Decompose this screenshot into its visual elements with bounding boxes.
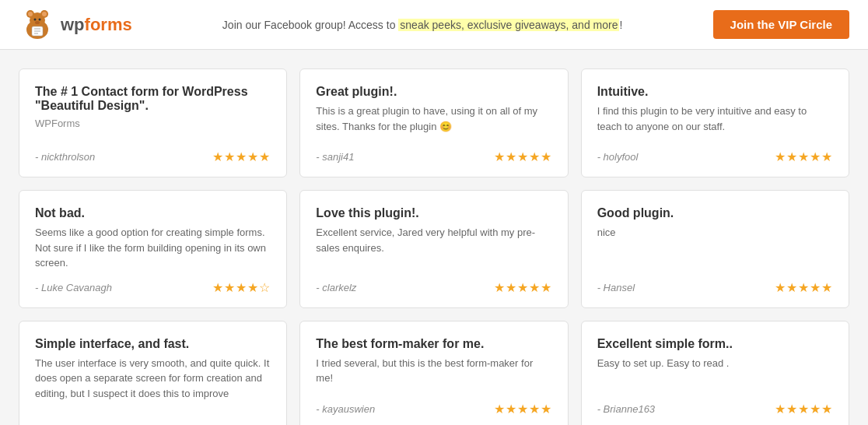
card-3-reviewer: - holyfool xyxy=(597,151,639,163)
card-3-title: Intuitive. xyxy=(597,85,833,99)
card-4-stars: ★★★★☆ xyxy=(212,280,271,295)
vip-circle-button[interactable]: Join the VIP Circle xyxy=(713,10,849,39)
banner-suffix: ! xyxy=(619,19,622,31)
card-1-footer: - nickthrolson ★★★★★ xyxy=(35,149,271,164)
svg-point-6 xyxy=(34,18,37,20)
card-4-title: Not bad. xyxy=(35,206,271,220)
card-6-body: nice xyxy=(597,225,833,241)
card-6-stars: ★★★★★ xyxy=(775,280,833,295)
logo-bear-icon xyxy=(19,6,56,44)
svg-point-5 xyxy=(42,12,47,16)
logo-area: wpforms xyxy=(19,6,132,44)
card-2-body: This is a great plugin to have, using it… xyxy=(316,104,551,134)
svg-point-7 xyxy=(39,18,41,20)
card-8-footer: - kayauswien ★★★★★ xyxy=(316,402,551,416)
card-8-stars: ★★★★★ xyxy=(494,402,552,416)
review-card-5: Love this plugin!. Excellent service, Ja… xyxy=(299,190,568,308)
card-8-body: I tried several, but this is the best fo… xyxy=(316,356,551,386)
review-card-3: Intuitive. I find this plugin to be very… xyxy=(581,68,849,177)
card-4-reviewer: - Luke Cavanagh xyxy=(35,282,112,293)
card-3-footer: - holyfool ★★★★★ xyxy=(597,149,833,164)
card-2-title: Great plugin!. xyxy=(316,85,551,99)
review-card-8: The best form-maker for me. I tried seve… xyxy=(299,321,568,426)
card-2-stars: ★★★★★ xyxy=(494,149,552,164)
card-6-title: Good plugin. xyxy=(597,206,833,220)
banner-text: Join our Facebook group! Access to sneak… xyxy=(156,19,690,31)
card-9-footer: - Brianne163 ★★★★★ xyxy=(597,402,833,416)
main-content: The # 1 Contact form for WordPress "Beau… xyxy=(0,50,868,425)
card-1-stars: ★★★★★ xyxy=(212,149,271,164)
banner-prefix: Join our Facebook group! Access to xyxy=(222,19,398,31)
card-9-body: Easy to set up. Easy to read . xyxy=(597,356,833,371)
card-7-body: The user interface is very smooth, and q… xyxy=(35,356,271,402)
svg-point-8 xyxy=(35,21,40,24)
card-5-stars: ★★★★★ xyxy=(494,280,552,295)
review-card-7: Simple interface, and fast. The user int… xyxy=(19,321,287,426)
card-5-body: Excellent service, Jared very helpful wi… xyxy=(316,225,551,255)
review-card-2: Great plugin!. This is a great plugin to… xyxy=(299,68,568,177)
card-5-footer: - clarkelz ★★★★★ xyxy=(316,280,551,295)
card-7-title: Simple interface, and fast. xyxy=(35,337,271,351)
card-4-body: Seems like a good option for creating si… xyxy=(35,225,271,271)
card-9-title: Excellent simple form.. xyxy=(597,337,833,351)
card-2-footer: - sanji41 ★★★★★ xyxy=(316,149,551,164)
card-8-reviewer: - kayauswien xyxy=(316,403,375,415)
card-9-reviewer: - Brianne163 xyxy=(597,403,655,415)
card-3-body: I find this plugin to be very intuitive … xyxy=(597,104,833,134)
svg-point-4 xyxy=(28,12,33,16)
card-1-reviewer: - nickthrolson xyxy=(35,151,95,163)
card-1-title: The # 1 Contact form for WordPress "Beau… xyxy=(35,85,271,113)
review-card-4: Not bad. Seems like a good option for cr… xyxy=(19,190,287,308)
banner-highlight: sneak peeks, exclusive giveaways, and mo… xyxy=(398,19,619,31)
card-4-footer: - Luke Cavanagh ★★★★☆ xyxy=(35,280,271,295)
card-1-subtitle: WPForms xyxy=(35,118,271,129)
header: wpforms Join our Facebook group! Access … xyxy=(0,0,868,50)
card-9-stars: ★★★★★ xyxy=(775,402,833,416)
review-card-9: Excellent simple form.. Easy to set up. … xyxy=(581,321,849,426)
card-6-footer: - Hansel ★★★★★ xyxy=(597,280,833,295)
card-3-stars: ★★★★★ xyxy=(775,149,833,164)
card-6-reviewer: - Hansel xyxy=(597,282,635,293)
card-8-title: The best form-maker for me. xyxy=(316,337,551,351)
reviews-grid: The # 1 Contact form for WordPress "Beau… xyxy=(19,68,849,425)
review-card-1: The # 1 Contact form for WordPress "Beau… xyxy=(19,68,287,177)
logo-text: wpforms xyxy=(61,15,132,35)
review-card-6: Good plugin. nice - Hansel ★★★★★ xyxy=(581,190,849,308)
card-2-reviewer: - sanji41 xyxy=(316,151,354,163)
card-5-title: Love this plugin!. xyxy=(316,206,551,220)
card-5-reviewer: - clarkelz xyxy=(316,282,356,293)
